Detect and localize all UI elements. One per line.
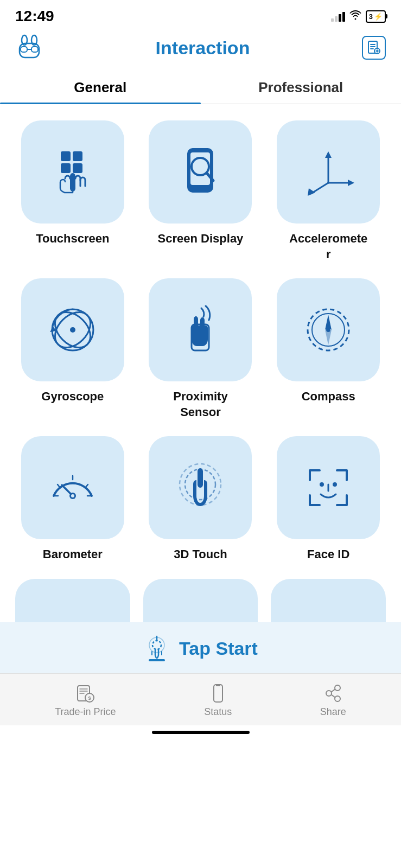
signal-icon	[331, 11, 345, 22]
svg-point-51	[333, 482, 337, 487]
share-label: Share	[320, 706, 346, 718]
svg-point-65	[335, 685, 340, 691]
peek-box-2	[143, 579, 258, 622]
svg-line-68	[331, 694, 335, 697]
status-bar: 12:49 3 ⚡	[0, 0, 401, 28]
touchscreen-icon-box	[21, 120, 124, 224]
svg-marker-37	[325, 315, 332, 330]
page-title: Interaction	[156, 37, 250, 59]
svg-rect-3	[20, 43, 39, 58]
screen-display-icon-box	[149, 120, 252, 224]
gyroscope-label: Gyroscope	[41, 389, 104, 405]
svg-rect-14	[61, 151, 71, 161]
grid-container: Touchscreen Screen Display	[15, 120, 386, 563]
nav-status[interactable]: Status	[204, 684, 232, 718]
proximity-sensor-label: ProximitySensor	[173, 389, 227, 420]
tab-professional[interactable]: Professional	[201, 69, 402, 104]
grid-item-barometer[interactable]: Barometer	[15, 436, 130, 563]
grid-item-face-id[interactable]: Face ID	[271, 436, 386, 563]
barometer-label: Barometer	[43, 547, 103, 563]
svg-point-53	[152, 641, 161, 649]
app-header: Interaction	[0, 28, 401, 69]
wifi-icon	[349, 10, 361, 23]
svg-rect-5	[31, 47, 38, 52]
home-indicator	[0, 725, 401, 743]
svg-rect-4	[21, 47, 27, 52]
bottom-nav: $ Trade-in Price Status Share	[0, 673, 401, 725]
tab-bar: General Professional	[0, 69, 401, 104]
tab-general[interactable]: General	[0, 69, 201, 104]
grid-item-proximity-sensor[interactable]: ProximitySensor	[143, 278, 258, 420]
svg-point-39	[326, 328, 330, 332]
svg-marker-38	[325, 330, 332, 345]
barometer-icon-box	[21, 436, 124, 539]
svg-marker-24	[325, 151, 332, 158]
compass-icon-box	[277, 278, 380, 381]
svg-line-41	[58, 484, 60, 487]
compass-label: Compass	[302, 389, 355, 405]
battery-icon: 3 ⚡	[366, 10, 386, 23]
svg-rect-63	[216, 685, 220, 686]
svg-marker-26	[348, 180, 354, 186]
svg-rect-15	[73, 151, 82, 161]
3d-touch-icon-box	[149, 436, 252, 539]
status-icon	[208, 684, 228, 703]
accelerometer-label: Accelerometer	[289, 231, 367, 262]
accelerometer-icon-box	[277, 120, 380, 224]
svg-point-32	[70, 327, 75, 333]
grid-item-compass[interactable]: Compass	[271, 278, 386, 420]
share-icon	[323, 684, 343, 703]
grid-item-accelerometer[interactable]: Accelerometer	[271, 120, 386, 262]
tap-start-label: Tap Start	[179, 638, 258, 659]
svg-rect-16	[61, 163, 71, 173]
doc-button[interactable]	[362, 36, 386, 60]
svg-point-50	[320, 482, 324, 487]
grid-item-touchscreen[interactable]: Touchscreen	[15, 120, 130, 262]
touchscreen-label: Touchscreen	[36, 231, 109, 247]
svg-rect-54	[149, 659, 165, 661]
grid-item-screen-display[interactable]: Screen Display	[143, 120, 258, 262]
svg-rect-62	[214, 685, 222, 702]
grid-item-3d-touch[interactable]: 3D Touch	[143, 436, 258, 563]
nav-trade-in[interactable]: $ Trade-in Price	[55, 684, 116, 718]
proximity-sensor-icon-box	[149, 278, 252, 381]
screen-display-label: Screen Display	[158, 231, 244, 247]
3d-touch-label: 3D Touch	[174, 547, 227, 563]
grid-item-gyroscope[interactable]: Gyroscope	[15, 278, 130, 420]
app-logo	[15, 34, 43, 62]
tap-start-icon	[143, 635, 170, 662]
peek-box-3	[271, 579, 386, 622]
svg-point-64	[326, 691, 332, 696]
svg-marker-28	[308, 188, 315, 196]
status-icons: 3 ⚡	[331, 10, 386, 23]
status-label: Status	[204, 706, 232, 718]
trade-in-icon: $	[75, 684, 95, 703]
face-id-label: Face ID	[307, 547, 349, 563]
peek-box-1	[15, 579, 130, 622]
tap-start-bar[interactable]: Tap Start	[0, 622, 401, 673]
svg-point-47	[71, 494, 74, 497]
trade-in-label: Trade-in Price	[55, 706, 116, 718]
gyroscope-icon-box	[21, 278, 124, 381]
bottom-peek	[0, 563, 401, 622]
svg-rect-17	[73, 163, 82, 173]
nav-share[interactable]: Share	[320, 684, 346, 718]
svg-line-67	[331, 689, 335, 692]
home-bar	[152, 731, 250, 734]
svg-text:$: $	[88, 695, 91, 701]
svg-point-66	[335, 696, 340, 701]
svg-line-43	[86, 484, 88, 487]
status-time: 12:49	[15, 8, 54, 25]
face-id-icon-box	[277, 436, 380, 539]
sensor-grid: Touchscreen Screen Display	[0, 104, 401, 563]
